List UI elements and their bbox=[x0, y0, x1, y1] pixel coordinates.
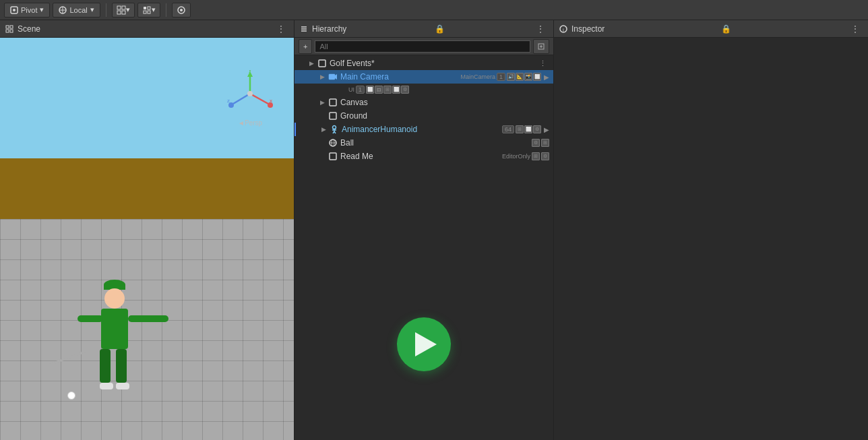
svg-rect-36 bbox=[329, 74, 335, 80]
svg-marker-37 bbox=[335, 74, 337, 80]
camera-tags: MainCamera 1 🔊 📐 📸 ⬜ ▶ bbox=[460, 73, 549, 81]
camera-ui-label: UI bbox=[348, 86, 354, 93]
char-foot-left bbox=[100, 383, 113, 389]
animancer-item[interactable]: ▶ AnimancerHumanoid 64 ⊞ ⬜ ⚙ ▶ bbox=[294, 123, 553, 136]
hierarchy-lock-icon: 🔒 bbox=[435, 24, 445, 34]
ball-tag-icon-2: ⊞ bbox=[541, 139, 549, 147]
tag-icon-2: 📐 bbox=[516, 73, 524, 81]
root-more-button[interactable]: ⋮ bbox=[536, 59, 549, 68]
inspector-info-icon: i bbox=[559, 25, 567, 33]
camera-expand-arrow[interactable]: ▶ bbox=[544, 73, 549, 81]
scene-more-button[interactable]: ⋮ bbox=[274, 24, 288, 34]
camera-ui-tags: UI 1 ⬜ 🖼 ⊞ ⬜ ⚙ bbox=[348, 86, 409, 94]
canvas-arrow: ▶ bbox=[320, 99, 328, 106]
svg-rect-5 bbox=[117, 6, 121, 9]
readme-item-icon bbox=[328, 152, 338, 161]
play-button[interactable] bbox=[397, 317, 451, 371]
play-triangle-icon bbox=[415, 332, 437, 356]
svg-line-23 bbox=[233, 94, 250, 104]
main-layout: Scene ⋮ bbox=[0, 20, 868, 440]
grid-icon bbox=[117, 5, 126, 15]
ball-item[interactable]: ▶ Ball ⚙ ⊞ bbox=[294, 136, 553, 150]
ui-tag-icon-2: 🖼 bbox=[375, 86, 383, 94]
svg-rect-8 bbox=[122, 11, 125, 14]
ball-tags: ⚙ ⊞ bbox=[532, 139, 549, 147]
inspector-title: Inspector bbox=[571, 24, 604, 34]
scene-title: Scene bbox=[18, 24, 40, 34]
svg-rect-48 bbox=[330, 153, 336, 160]
hierarchy-more-button[interactable]: ⋮ bbox=[533, 24, 548, 34]
local-button[interactable]: Local ▾ bbox=[53, 3, 100, 18]
canvas-item[interactable]: ▶ Canvas bbox=[294, 96, 553, 109]
camera-label: Main Camera bbox=[340, 72, 460, 82]
snap-toggle[interactable]: ▾ bbox=[137, 3, 160, 18]
hierarchy-search-input[interactable] bbox=[315, 40, 530, 53]
readme-tag-icon: ⊞ bbox=[532, 152, 540, 160]
gizmo-svg: y x z bbox=[226, 70, 274, 117]
char-legs bbox=[88, 349, 142, 389]
hierarchy-header: Hierarchy 🔒 ⋮ bbox=[294, 20, 553, 38]
pivot-button[interactable]: Pivot ▾ bbox=[4, 3, 50, 18]
scene-grid-overlay bbox=[0, 219, 294, 440]
scene-grid-icon bbox=[5, 25, 13, 33]
scene-gizmo: y x z ◄Persp bbox=[226, 70, 274, 124]
tag-icon-1: 🔊 bbox=[507, 73, 515, 81]
svg-rect-15 bbox=[6, 26, 9, 28]
svg-point-25 bbox=[247, 91, 253, 96]
ui-tag-icon-5: ⚙ bbox=[401, 86, 409, 94]
hierarchy-title: Hierarchy bbox=[312, 24, 346, 34]
animancer-label: AnimancerHumanoid bbox=[342, 125, 502, 134]
pivot-icon bbox=[10, 6, 18, 14]
scene-panel: Scene ⋮ bbox=[0, 20, 294, 440]
svg-rect-38 bbox=[330, 99, 336, 106]
add-icon: + bbox=[303, 42, 307, 51]
camera-arrow: ▶ bbox=[320, 73, 328, 80]
svg-rect-16 bbox=[10, 26, 13, 28]
animancer-tag-icons: ⊞ ⬜ ⚙ bbox=[516, 125, 541, 133]
ball-label: Ball bbox=[340, 138, 532, 148]
inspector-more-button[interactable]: ⋮ bbox=[848, 24, 863, 34]
ui-tag-icon-3: ⊞ bbox=[383, 86, 392, 94]
svg-point-40 bbox=[333, 126, 336, 129]
inspector-content bbox=[554, 38, 868, 440]
anim-tag-icon-2: ⬜ bbox=[524, 125, 532, 133]
char-foot-right bbox=[116, 383, 129, 389]
root-scene-icon bbox=[317, 59, 327, 68]
anim-tag-icon-3: ⚙ bbox=[533, 125, 541, 133]
hierarchy-search-expand[interactable] bbox=[533, 39, 549, 54]
svg-text:x: x bbox=[270, 98, 272, 104]
readme-tag-icon-2: ⚙ bbox=[541, 152, 549, 160]
camera-item-icon bbox=[328, 72, 338, 82]
ground-label: Ground bbox=[340, 111, 549, 121]
grid-toggle[interactable]: ▾ bbox=[112, 3, 135, 18]
svg-rect-35 bbox=[319, 60, 326, 67]
svg-text:z: z bbox=[227, 98, 230, 104]
hierarchy-content: ▶ Golf Events* ⋮ ▶ Main Camera MainCamer bbox=[294, 55, 553, 249]
animancer-item-icon bbox=[330, 125, 339, 134]
svg-point-14 bbox=[180, 9, 183, 11]
ground-item-icon bbox=[328, 111, 338, 121]
camera-tag-main: MainCamera bbox=[460, 73, 495, 80]
scene-viewport[interactable]: y x z ◄Persp bbox=[0, 38, 294, 440]
ground-item[interactable]: ▶ Ground bbox=[294, 109, 553, 123]
svg-line-44 bbox=[334, 131, 336, 133]
tag-icon-4: ⬜ bbox=[533, 73, 541, 81]
ball-item-icon bbox=[328, 138, 338, 148]
inspector-lock-icon: 🔒 bbox=[721, 24, 731, 34]
char-arm-left bbox=[78, 315, 103, 322]
hierarchy-root-item[interactable]: ▶ Golf Events* ⋮ bbox=[294, 57, 553, 70]
svg-rect-39 bbox=[330, 113, 336, 119]
hierarchy-add-button[interactable]: + bbox=[299, 39, 312, 54]
hierarchy-panel: Hierarchy 🔒 ⋮ + ▶ bbox=[294, 20, 554, 440]
svg-rect-7 bbox=[117, 11, 121, 14]
camera-ui-icons: ⬜ 🖼 ⊞ ⬜ ⚙ bbox=[366, 86, 409, 94]
hierarchy-toolbar: + bbox=[294, 38, 553, 55]
camera-view-button[interactable] bbox=[172, 3, 191, 18]
pivot-arrow: ▾ bbox=[40, 5, 44, 14]
scene-panel-header: Scene ⋮ bbox=[0, 20, 294, 38]
readme-item[interactable]: ▶ Read Me EditorOnly ⊞ ⚙ bbox=[294, 150, 553, 163]
svg-rect-11 bbox=[144, 11, 146, 13]
separator-1 bbox=[106, 3, 106, 17]
animancer-expand-arrow[interactable]: ▶ bbox=[544, 126, 549, 133]
main-camera-item[interactable]: ▶ Main Camera MainCamera 1 🔊 📐 📸 ⬜ ▶ bbox=[294, 70, 553, 84]
